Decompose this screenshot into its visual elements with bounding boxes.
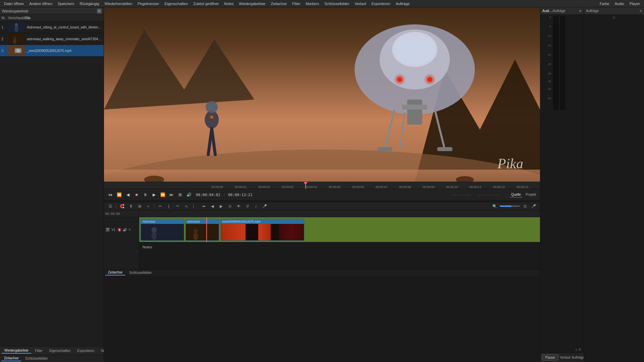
bottom-tab-zeitachse[interactable]: Zeitachse [1,356,21,361]
zoom-bar[interactable] [500,205,520,207]
track-name-v1: V1 [111,228,115,232]
tl-next-btn[interactable]: ▶ [217,202,225,210]
timeline-clip-3[interactable]: seed200900530912075.mp4 [220,219,304,241]
left-tab-eigenschaften[interactable]: Eigenschaften [46,348,73,354]
volume-btn[interactable]: 🔊 [185,191,193,198]
tl-mic2-btn[interactable]: 🎤 [530,202,537,210]
panel-close-btn[interactable]: ✕ [97,9,102,13]
tl-cut-btn[interactable]: ⎸ [191,202,199,210]
track-eye-icon[interactable]: 👁 [128,228,131,232]
auftrage-count: 0 [584,15,644,21]
left-panel: Wiedergabeliste ✕ Nr. Vorschaubilder Cli… [0,7,104,362]
preview-transport-area: Pika 00:00:00 00:00:01 00:00:02 00: [104,7,540,202]
bottom-tab-zeitachse-2[interactable]: Zeitachse [105,270,125,276]
v1-track-row: Astronaut astronaut [139,217,540,242]
tl-trim-in-btn[interactable]: [ [165,202,172,210]
tl-zoom-out-btn[interactable]: 🔍 [491,202,498,210]
menu-filter[interactable]: Filter [289,0,303,7]
right-panel-close-btn[interactable]: ✕ [579,9,582,13]
menu-zeitachse[interactable]: Zeitachse [268,0,289,7]
menu-markers[interactable]: Markers [303,0,322,7]
menu-eigenschaften[interactable]: Eigenschaften [162,0,191,7]
step-back-btn[interactable]: ⏪ [115,191,123,198]
tl-prev-btn[interactable]: ◀ [209,202,216,210]
label-r: R [579,348,581,351]
tl-snap-btn[interactable]: 🧲 [118,202,126,210]
play-back-btn[interactable]: ◀ [124,191,131,198]
clip-row-1[interactable]: 1 Astronaut_sitting_at_control_board_wit… [0,21,104,33]
left-tab-wiedergabeliste[interactable]: Wiedergabeliste [1,348,32,354]
left-tab-filter[interactable]: Filter [32,348,46,354]
tl-razor-btn[interactable]: ✂ [156,202,164,210]
tl-loop-btn[interactable]: ↺ [244,202,251,210]
tl-insert-btn[interactable]: ⊞ [136,202,143,210]
clip-row-3[interactable]: 3 _seed200900530912075.mp4 [0,45,104,57]
source-tabs: Quelle Projekt [510,192,537,197]
bottom-left-tabs: Zeitachse Schlüsselbilder [0,355,104,362]
clip-row-2[interactable]: 2 astronaut_walking_away_cinematic_seed4… [0,33,104,45]
tl-wave-btn[interactable]: 〜 [174,202,181,210]
track-audio-icon[interactable]: 🔊 [123,228,127,232]
time-mark-6: 00:00:06 [352,185,376,189]
menu-pegelmesser[interactable]: Pegelmesser [135,0,162,7]
loop-btn[interactable]: ⊞ [176,191,184,198]
menu-verlauf[interactable]: Verlauf [352,0,369,7]
menu-schlusselbilder[interactable]: Schlüsselbilder [322,0,352,7]
right-panel-tabs: Audi... | Aufträge ✕ [540,7,584,15]
tl-eye-btn[interactable]: 👁 [235,202,242,210]
menu-player[interactable]: Player [627,0,643,7]
tl-record-btn[interactable]: ⊙ [226,202,233,210]
tl-fit-btn[interactable]: ⊡ [521,202,529,210]
skip-to-start-btn[interactable]: ⏮ [107,191,114,198]
menu-exportieren[interactable]: Exportieren [369,0,393,7]
tl-audio-btn[interactable]: ♪ [252,202,260,210]
tl-slip-btn[interactable]: ⇹ [200,202,207,210]
tl-wave2-btn[interactable]: ∿ [182,202,190,210]
menu-datei-offnen[interactable]: Datei öffnen [1,0,26,7]
timeline-clip-1[interactable]: Astronaut [141,219,184,241]
svg-point-41 [152,227,157,232]
clip-list-header: Wiedergabeliste ✕ [0,7,104,15]
menu-wiederherstellen[interactable]: Wiederherstellen [102,0,135,7]
menu-wiedergabeliste[interactable]: Wiedergabeliste [236,0,268,7]
play-btn[interactable]: ▶ [150,191,158,198]
time-mark-2: 00:00:02 [258,185,282,189]
tl-lift-btn[interactable]: ⬆ [127,202,135,210]
menu-speichern[interactable]: Speichern [55,0,77,7]
auftrage-header: Aufträge ✕ [584,7,644,15]
current-time-display: 00:00:04:02 [196,193,220,197]
track-time-header [139,210,540,217]
source-tab-projekt[interactable]: Projekt [524,192,537,197]
menu-ruckgangig[interactable]: Rückgängig [77,0,102,7]
center-panel: Pika 00:00:00 00:00:01 00:00:02 00: [104,7,540,362]
bottom-tab-schlusselbilder-2[interactable]: Schlüsselbilder [126,270,154,275]
menu-auftrage[interactable]: Aufträge [393,0,413,7]
timeline-clip-2[interactable]: astronaut [185,219,219,241]
meter-bar-right [560,16,565,110]
stop-btn[interactable]: ■ [133,191,140,198]
auftrage-close-btn[interactable]: ✕ [639,9,642,13]
menu-notes[interactable]: Notes [221,0,236,7]
tl-mic-btn[interactable]: 🎤 [261,202,268,210]
tl-append-btn[interactable]: + [145,202,152,210]
bottom-tab-schlusselbilder[interactable]: Schlüsselbilder [22,356,50,361]
menu-audio[interactable]: Audio [612,0,627,7]
step-fwd-btn[interactable]: ⏩ [159,191,166,198]
menu-andere-offnen[interactable]: Andere öffnen [26,0,55,7]
left-tab-exportieren[interactable]: Exportieren [74,348,97,354]
pause-button[interactable]: Pause [542,354,558,361]
track-mute-icon[interactable]: 🔇 [117,228,121,232]
right-tab-audi[interactable]: Audi... [542,9,552,13]
tl-menu-btn[interactable]: ☰ [107,202,114,210]
right-tab-auftrage[interactable]: Aufträge [553,9,566,13]
timeline-clip-3-label: seed200900530912075.mp4 [222,220,261,223]
menu-zuletzt[interactable]: Zuletzt geöffnet [191,0,221,7]
time-mark-11: 00:00:11 [470,185,493,189]
frame-display: --:--:--:-- [477,193,499,197]
right-auftrage-tab[interactable]: Aufträge [572,356,585,359]
menu-farbe[interactable]: Farbe [597,0,612,7]
skip-to-end-btn[interactable]: ⏭ [168,191,175,198]
source-tab-quelle[interactable]: Quelle [510,192,522,197]
right-verlauf-tab[interactable]: Verlauf [560,356,570,359]
pause-btn[interactable]: ⏸ [142,191,149,198]
